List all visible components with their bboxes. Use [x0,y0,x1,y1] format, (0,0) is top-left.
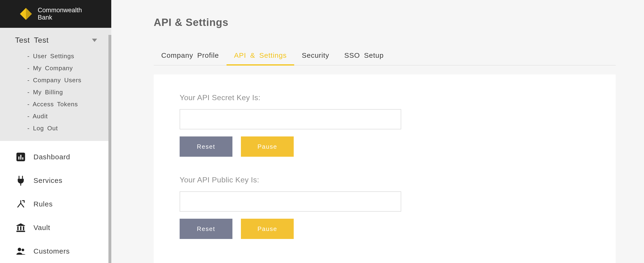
svg-rect-12 [16,231,25,232]
api-settings-panel: Your API Secret Key Is: Reset Pause Your… [154,74,616,263]
api-secret-block: Your API Secret Key Is: Reset Pause [180,93,590,157]
chevron-down-icon [92,39,97,42]
svg-rect-5 [22,158,23,160]
customers-icon [15,246,26,257]
api-public-label: Your API Public Key Is: [180,176,590,184]
brand-name-line2: Bank [38,14,82,21]
nav-item-rules[interactable]: Rules [0,192,111,216]
nav-item-dashboard[interactable]: Dashboard [0,145,111,169]
api-secret-label: Your API Secret Key Is: [180,93,590,102]
svg-rect-11 [23,226,24,230]
brand-name-line1: Commonwealth [38,6,82,14]
user-name: Test Test [15,36,49,44]
svg-point-14 [22,248,24,251]
nav-item-services[interactable]: Services [0,169,111,192]
sidebar: Commonwealth Bank Test Test User Setting… [0,0,111,263]
user-menu-item-log-out[interactable]: Log Out [27,122,102,134]
nav-label: Rules [34,200,53,208]
api-public-input[interactable] [180,191,401,212]
svg-point-13 [18,248,21,251]
svg-rect-3 [18,156,20,160]
user-menu-item-my-company[interactable]: My Company [27,62,102,74]
page-title: API & Settings [154,16,616,28]
api-public-buttons: Reset Pause [180,219,590,239]
api-secret-input[interactable] [180,109,401,130]
user-block: Test Test User Settings My Company Compa… [0,28,111,141]
api-secret-reset-button[interactable]: Reset [180,136,232,157]
tab-security[interactable]: Security [294,47,336,65]
svg-rect-10 [20,226,22,230]
nav-item-vault[interactable]: Vault [0,216,111,240]
dashboard-icon [15,151,26,162]
user-menu-toggle[interactable]: Test Test [15,36,102,44]
tab-api-settings[interactable]: API & Settings [226,47,294,65]
brand-name: Commonwealth Bank [38,6,82,21]
vault-icon [15,222,26,233]
nav-label: Customers [34,247,70,255]
tab-sso-setup[interactable]: SSO Setup [337,47,391,65]
primary-nav: Dashboard Services Rules Vault [0,141,111,263]
nav-label: Vault [34,224,50,232]
main-content: API & Settings Company Profile API & Set… [111,0,644,263]
svg-rect-4 [20,155,22,160]
brand-logo-icon [19,7,33,21]
user-menu-item-audit[interactable]: Audit [27,110,102,122]
user-menu-item-company-users[interactable]: Company Users [27,74,102,86]
rules-icon [15,198,26,210]
user-menu-item-access-tokens[interactable]: Access Tokens [27,98,102,110]
plug-icon [15,175,26,186]
nav-label: Services [34,176,62,184]
api-public-block: Your API Public Key Is: Reset Pause [180,176,590,239]
user-menu-item-user-settings[interactable]: User Settings [27,50,102,62]
nav-label: Dashboard [34,153,70,161]
tab-company-profile[interactable]: Company Profile [154,47,226,65]
api-public-pause-button[interactable]: Pause [241,219,294,239]
settings-tabs: Company Profile API & Settings Security … [154,47,616,66]
user-menu-item-my-billing[interactable]: My Billing [27,86,102,98]
user-menu: User Settings My Company Company Users M… [27,50,102,134]
api-secret-pause-button[interactable]: Pause [241,136,294,157]
nav-item-customers[interactable]: Customers [0,240,111,263]
sidebar-scrollbar[interactable] [108,35,111,263]
api-secret-buttons: Reset Pause [180,136,590,157]
svg-rect-9 [17,226,18,230]
brand-bar: Commonwealth Bank [0,0,111,28]
api-public-reset-button[interactable]: Reset [180,219,232,239]
